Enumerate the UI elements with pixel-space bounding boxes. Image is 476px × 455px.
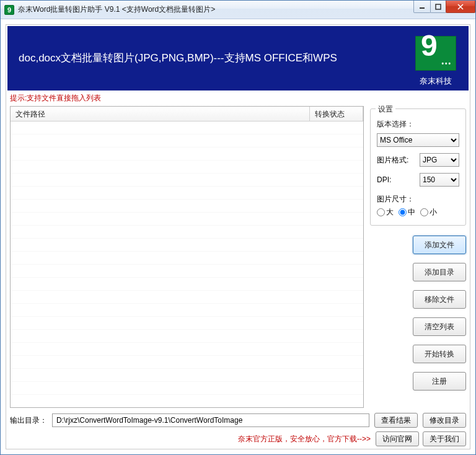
size-option-medium[interactable]: 中	[399, 207, 415, 218]
brand-caption: 奈末科技	[415, 76, 456, 87]
side-column: 设置 版本选择： MS Office 图片格式: JPG	[370, 106, 466, 408]
size-option-large[interactable]: 大	[377, 207, 394, 218]
start-convert-button[interactable]: 开始转换	[413, 345, 466, 363]
bottom-area: 输出目录： 查看结果 修改目录 奈末官方正版，安全放心，官方下载-->> 访问官…	[7, 408, 469, 448]
file-list[interactable]: 文件路径 转换状态	[10, 106, 364, 408]
window-controls	[414, 1, 475, 13]
action-buttons: 添加文件 添加目录 移除文件 清空列表 开始转换 注册	[370, 236, 466, 391]
maximize-button[interactable]	[430, 1, 446, 13]
titlebar: 9 奈末Word批量转图片助手 V9.1 <支持Word文档批量转图片>	[1, 1, 475, 19]
clear-list-button[interactable]: 清空列表	[413, 317, 466, 336]
format-label: 图片格式:	[377, 155, 408, 166]
window-title: 奈末Word批量转图片助手 V9.1 <支持Word文档批量转图片>	[18, 4, 215, 15]
output-path-input[interactable]	[52, 413, 369, 427]
drag-hint: 提示:支持文件直接拖入列表	[7, 91, 469, 106]
col-header-path[interactable]: 文件路径	[11, 107, 310, 121]
dpi-label: DPI:	[377, 175, 391, 184]
close-button[interactable]	[446, 1, 475, 13]
output-label: 输出目录：	[10, 415, 47, 426]
footer-row: 奈末官方正版，安全放心，官方下载-->> 访问官网 关于我们	[10, 431, 466, 446]
file-list-header: 文件路径 转换状态	[11, 107, 363, 121]
brand-block: 9 ••• 奈末科技	[415, 36, 456, 87]
size-options: 大 中 小	[377, 207, 459, 218]
size-label: 图片尺寸：	[377, 194, 459, 205]
about-button[interactable]: 关于我们	[423, 431, 466, 446]
header-banner: doc,docx文档批量转图片(JPG,PNG,BMP)---支持MS OFFI…	[7, 26, 469, 91]
output-row: 输出目录： 查看结果 修改目录	[10, 413, 466, 428]
version-label: 版本选择：	[377, 119, 414, 130]
svg-rect-1	[436, 4, 441, 9]
app-icon: 9	[4, 5, 14, 15]
add-file-button[interactable]: 添加文件	[413, 236, 466, 254]
main-panel: doc,docx文档批量转图片(JPG,PNG,BMP)---支持MS OFFI…	[6, 24, 470, 449]
minimize-button[interactable]	[413, 1, 431, 13]
minimize-icon	[419, 4, 425, 10]
app-window: 9 奈末Word批量转图片助手 V9.1 <支持Word文档批量转图片> doc…	[0, 0, 476, 455]
file-list-body[interactable]	[11, 121, 363, 407]
register-button[interactable]: 注册	[413, 372, 466, 391]
content: doc,docx文档批量转图片(JPG,PNG,BMP)---支持MS OFFI…	[1, 19, 475, 454]
close-icon	[457, 4, 464, 10]
visit-site-button[interactable]: 访问官网	[376, 431, 419, 446]
footer-text: 奈末官方正版，安全放心，官方下载-->>	[238, 434, 371, 444]
remove-file-button[interactable]: 移除文件	[413, 290, 466, 309]
banner-headline: doc,docx文档批量转图片(JPG,PNG,BMP)---支持MS OFFI…	[19, 51, 337, 65]
col-header-status[interactable]: 转换状态	[310, 107, 363, 121]
size-option-small[interactable]: 小	[420, 207, 437, 218]
brand-logo-icon: 9 •••	[415, 36, 456, 71]
settings-group: 设置 版本选择： MS Office 图片格式: JPG	[370, 108, 466, 226]
view-result-button[interactable]: 查看结果	[374, 413, 418, 428]
body-row: 文件路径 转换状态 设置 版本选择： MS Office	[7, 106, 469, 408]
add-dir-button[interactable]: 添加目录	[413, 263, 466, 281]
dpi-select[interactable]: 150	[420, 173, 459, 187]
version-select[interactable]: MS Office	[377, 133, 459, 147]
maximize-icon	[435, 4, 441, 10]
settings-legend: 设置	[376, 104, 395, 115]
change-dir-button[interactable]: 修改目录	[423, 413, 466, 428]
format-select[interactable]: JPG	[420, 153, 459, 167]
